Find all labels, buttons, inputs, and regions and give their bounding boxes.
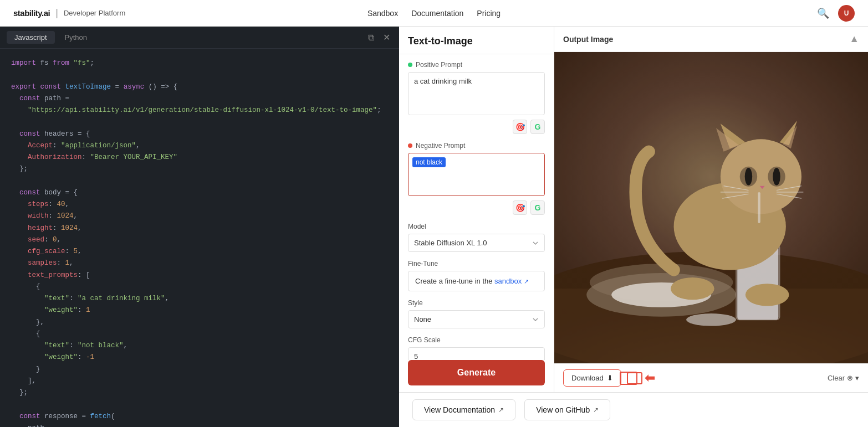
nav-sandbox[interactable]: Sandbox <box>367 7 398 20</box>
cfg-scale-group: CFG Scale <box>408 336 545 360</box>
code-line-4: const path = <box>11 93 388 105</box>
main-nav: Sandbox Documentation Pricing <box>367 7 501 20</box>
model-select[interactable]: Stable Diffusion XL 1.0 Stable Diffusion… <box>408 234 545 252</box>
negative-icon-btn-1[interactable]: 🎯 <box>513 200 527 215</box>
nav-documentation[interactable]: Documentation <box>411 7 463 20</box>
model-label: Model <box>408 223 545 230</box>
view-docs-button[interactable]: View Documentation ↗ <box>412 399 515 420</box>
code-line-21: "text": "a cat drinking milk", <box>11 293 388 305</box>
code-line-26: "weight": -1 <box>11 352 388 363</box>
view-github-label: View on GitHub <box>536 405 590 414</box>
code-content[interactable]: import fs from "fs"; export const textTo… <box>0 49 399 427</box>
sandbox-area: Text-to-Image Positive Prompt a cat drin… <box>399 27 868 392</box>
search-icon[interactable]: 🔍 <box>815 5 831 22</box>
code-line-5: "https://api.stability.ai/v1/generation/… <box>11 105 388 116</box>
download-icon: ⬇ <box>607 374 613 382</box>
code-line-32: path, <box>11 423 388 427</box>
close-button[interactable]: ✕ <box>381 31 392 44</box>
code-line-19: text_prompts: [ <box>11 270 388 281</box>
negative-icon-btn-2[interactable]: G <box>530 200 545 215</box>
view-github-icon: ↗ <box>593 406 599 414</box>
positive-prompt-group: Positive Prompt a cat drinking milk 🎯 G <box>408 61 545 134</box>
view-docs-label: View Documentation <box>424 405 495 414</box>
code-panel: Javascript Python ⧉ ✕ import fs from "fs… <box>0 27 399 427</box>
code-line-18: samples: 1, <box>11 258 388 269</box>
positive-prompt-label: Positive Prompt <box>408 61 545 69</box>
code-line-28: ], <box>11 375 388 387</box>
logo-divider: | <box>55 7 58 19</box>
nav-pricing[interactable]: Pricing <box>477 7 501 20</box>
model-group: Model Stable Diffusion XL 1.0 Stable Dif… <box>408 223 545 252</box>
output-image-container <box>554 52 868 363</box>
clear-button[interactable]: Clear ⊗ ▾ <box>828 374 859 382</box>
header: stability.ai | Developer Platform Sandbo… <box>0 0 868 27</box>
code-line-31: const response = fetch( <box>11 411 388 423</box>
fine-tune-label: Fine-Tune <box>408 260 545 267</box>
logo-area: stability.ai | Developer Platform <box>13 7 125 19</box>
positive-prompt-input[interactable]: a cat drinking milk <box>408 72 545 115</box>
cfg-scale-input[interactable] <box>408 347 545 360</box>
code-line-12: const body = { <box>11 187 388 199</box>
output-image <box>554 52 868 363</box>
logo-text: stability.ai <box>13 8 50 18</box>
copy-button[interactable]: ⧉ <box>366 31 376 44</box>
code-line-2 <box>11 69 388 81</box>
code-line-24: { <box>11 328 388 340</box>
code-line-17: cfg_scale: 5, <box>11 246 388 258</box>
code-line-14: width: 1024, <box>11 210 388 222</box>
platform-label: Developer Platform <box>64 9 125 17</box>
code-line-8: Accept: "application/json", <box>11 140 388 152</box>
output-title: Output Image <box>563 35 613 44</box>
tab-python[interactable]: Python <box>57 31 95 44</box>
code-line-23: }, <box>11 317 388 328</box>
code-line-3: export const textToImage = async () => { <box>11 81 388 93</box>
external-icon: ↗ <box>524 278 529 285</box>
code-line-15: height: 1024, <box>11 223 388 234</box>
fine-tune-text: Create a fine-tune in the <box>415 277 492 285</box>
code-line-30 <box>11 399 388 410</box>
code-line-27: } <box>11 364 388 375</box>
clear-icon: ⊗ <box>847 374 853 382</box>
clear-chevron: ▾ <box>855 374 859 382</box>
negative-textarea-footer: 🎯 G <box>408 200 545 215</box>
style-select[interactable]: None Photographic Digital Art Cinematic <box>408 310 545 328</box>
output-collapse-btn[interactable]: ▲ <box>849 33 859 45</box>
positive-textarea-footer: 🎯 G <box>408 120 545 134</box>
download-button[interactable]: Download ⬇ <box>563 369 621 387</box>
code-line-16: seed: 0, <box>11 234 388 246</box>
code-line-6 <box>11 116 388 128</box>
code-line-7: const headers = { <box>11 128 388 140</box>
output-footer: Download ⬇ ⬅ Clear ⊗ ▾ <box>554 363 868 392</box>
code-line-13: steps: 40, <box>11 199 388 210</box>
negative-textarea-wrapper: not black not black <box>408 153 545 198</box>
bottom-bar: View Documentation ↗ View on GitHub ↗ <box>399 392 868 427</box>
output-header: Output Image ▲ <box>554 27 868 52</box>
svg-rect-30 <box>554 52 868 363</box>
generate-button[interactable]: Generate <box>408 360 545 385</box>
right-panel: Text-to-Image Positive Prompt a cat drin… <box>399 27 868 427</box>
positive-dot <box>408 63 412 67</box>
form-scroll[interactable]: Positive Prompt a cat drinking milk 🎯 G … <box>399 54 554 360</box>
fine-tune-group: Fine-Tune Create a fine-tune in the sand… <box>408 260 545 291</box>
code-panel-header: Javascript Python ⧉ ✕ <box>0 27 399 49</box>
output-area: Output Image ▲ <box>554 27 868 392</box>
style-label: Style <box>408 299 545 307</box>
fine-tune-box: Create a fine-tune in the sandbox ↗ <box>408 271 545 291</box>
view-docs-icon: ↗ <box>498 406 504 414</box>
negative-prompt-group: Negative Prompt not black not black 🎯 G <box>408 142 545 215</box>
fine-tune-link[interactable]: sandbox ↗ <box>494 277 529 285</box>
code-line-1: import fs from "fs"; <box>11 58 388 69</box>
positive-icon-btn-1[interactable]: 🎯 <box>513 120 527 134</box>
positive-icon-btn-2[interactable]: G <box>530 120 545 134</box>
main-layout: Javascript Python ⧉ ✕ import fs from "fs… <box>0 27 868 427</box>
negative-prompt-input[interactable]: not black <box>408 153 545 196</box>
avatar[interactable]: U <box>838 5 855 22</box>
negative-dot <box>408 143 412 148</box>
download-wrapper: Download ⬇ ⬅ <box>563 369 655 387</box>
tab-javascript[interactable]: Javascript <box>7 31 55 44</box>
view-github-button[interactable]: View on GitHub ↗ <box>524 399 610 420</box>
clear-area: Clear ⊗ ▾ <box>828 374 859 382</box>
code-line-11 <box>11 176 388 187</box>
negative-prompt-label: Negative Prompt <box>408 142 545 150</box>
cfg-scale-label: CFG Scale <box>408 336 545 344</box>
